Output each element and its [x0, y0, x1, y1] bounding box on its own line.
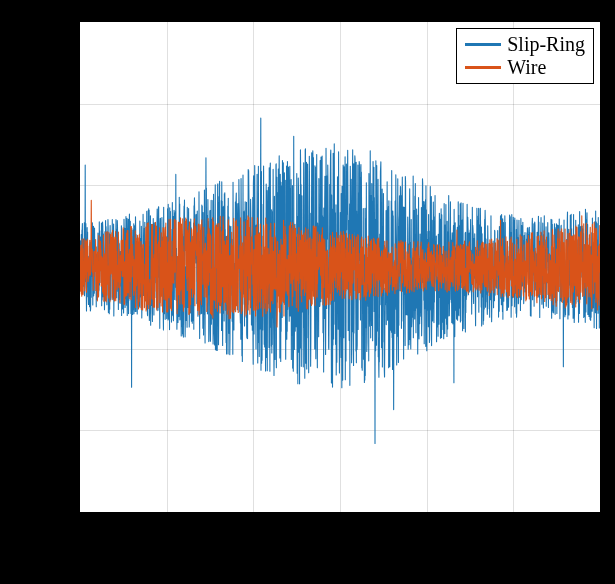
y-tick--0.01: -0.01 [0, 417, 78, 440]
legend-label-wire: Wire [507, 56, 546, 79]
legend: Slip-Ring Wire [456, 28, 594, 84]
y-axis-label: Torque Error [Nm] [0, 181, 21, 348]
chart-plot-area: Slip-Ring Wire [78, 20, 602, 514]
y-tick-0.015: 0.015 [0, 9, 78, 32]
x-tick-60: 60 [588, 515, 608, 538]
legend-entry-slip-ring: Slip-Ring [465, 33, 585, 56]
series-wire [80, 22, 600, 512]
y-tick-0.01: 0.01 [0, 90, 78, 113]
x-tick-30: 30 [328, 515, 348, 538]
legend-swatch-slip-ring [465, 43, 501, 46]
x-tick-40: 40 [415, 515, 435, 538]
x-axis-label: Time [s] [78, 545, 598, 571]
legend-label-slip-ring: Slip-Ring [507, 33, 585, 56]
legend-entry-wire: Wire [465, 56, 585, 79]
legend-swatch-wire [465, 66, 501, 69]
y-tick--0.015: -0.015 [0, 499, 78, 522]
x-tick-20: 20 [241, 515, 261, 538]
x-tick-10: 10 [155, 515, 175, 538]
x-tick-50: 50 [501, 515, 521, 538]
